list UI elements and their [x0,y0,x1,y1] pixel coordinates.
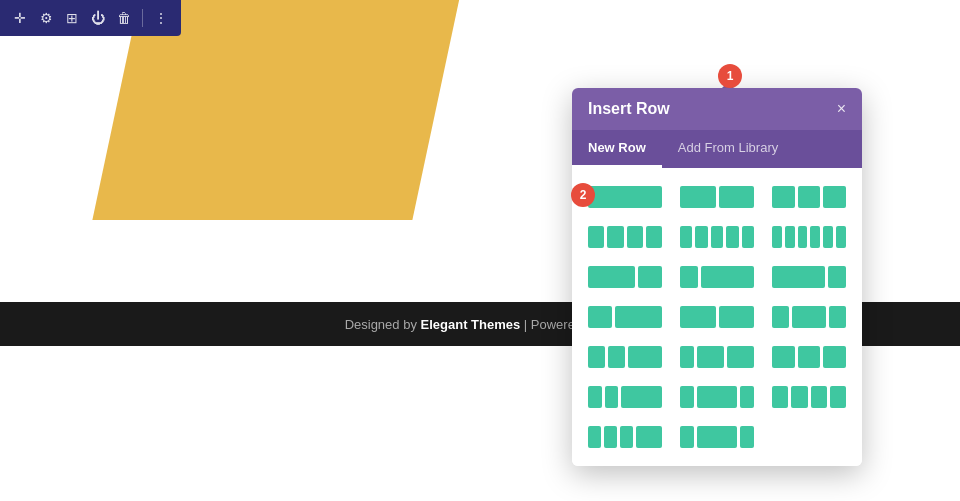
layout-twothird-onethird[interactable] [584,262,666,292]
layout-grid [572,168,862,466]
badge-1: 1 [718,64,742,88]
layout-var-g[interactable] [584,422,666,452]
layout-var-f[interactable] [768,382,850,412]
grid-icon[interactable]: ⊞ [62,10,82,26]
power-icon[interactable]: ⏻ [88,10,108,26]
layout-var-a[interactable] [584,342,666,372]
layout-threequarter-quarter[interactable] [768,262,850,292]
dialog-header: Insert Row × [572,88,862,130]
layout-quarter-threequarter[interactable] [676,262,758,292]
dialog-tabs: New Row Add From Library [572,130,862,168]
dialog-title: Insert Row [588,100,670,118]
dialog-close-button[interactable]: × [837,101,846,117]
layout-3col[interactable] [768,182,850,212]
layout-third-twothird[interactable] [584,302,666,332]
tab-new-row[interactable]: New Row [572,130,662,168]
layout-2col[interactable] [676,182,758,212]
insert-row-dialog: Insert Row × New Row Add From Library [572,88,862,466]
footer-brand: Elegant Themes [421,317,521,332]
layout-4col[interactable] [584,222,666,252]
layout-1col[interactable] [584,182,666,212]
settings-icon[interactable]: ⚙ [36,10,56,26]
delete-icon[interactable]: 🗑 [114,10,134,26]
layout-5col[interactable] [676,222,758,252]
layout-var-c[interactable] [768,342,850,372]
more-icon[interactable]: ⋮ [151,10,171,26]
toolbar: ✛ ⚙ ⊞ ⏻ 🗑 ⋮ [0,0,181,36]
layout-var-h[interactable] [676,422,758,452]
tab-add-library[interactable]: Add From Library [662,130,794,168]
layout-half-half-wide[interactable] [676,302,758,332]
toolbar-separator [142,9,143,27]
layout-var-b[interactable] [676,342,758,372]
move-icon[interactable]: ✛ [10,10,30,26]
badge-2: 2 [571,183,595,207]
layout-6col[interactable] [768,222,850,252]
layout-var-e[interactable] [676,382,758,412]
layout-wide-single[interactable] [768,302,850,332]
layout-var-d[interactable] [584,382,666,412]
